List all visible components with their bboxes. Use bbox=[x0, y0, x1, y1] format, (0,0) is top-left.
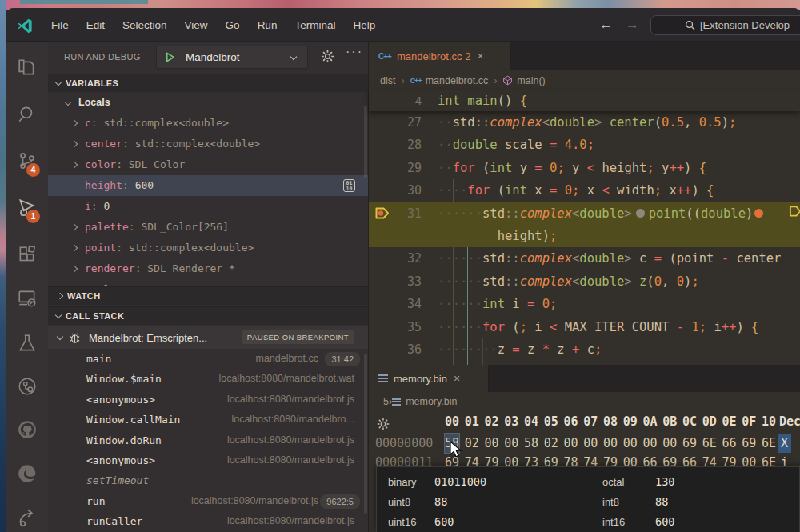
hex-byte[interactable]: 00 bbox=[485, 434, 499, 453]
code-line[interactable]: height); bbox=[369, 225, 800, 247]
variable-row[interactable]: point: std::complex<double> bbox=[48, 238, 368, 258]
hex-byte[interactable]: 00 bbox=[583, 434, 598, 453]
extensions-icon[interactable] bbox=[17, 245, 38, 266]
variables-section-header[interactable]: VARIABLES bbox=[48, 74, 368, 92]
line-number[interactable]: 30 bbox=[369, 179, 422, 202]
stack-frame-row[interactable]: setTimeout bbox=[48, 470, 368, 490]
hex-byte[interactable]: 02 bbox=[544, 434, 558, 453]
tab-memory-bin[interactable]: memory.bin × bbox=[369, 365, 489, 392]
line-number[interactable]: 32 bbox=[369, 247, 422, 270]
hex-byte[interactable]: 00 bbox=[603, 434, 618, 453]
code-line[interactable]: 36········z = z * z + c; bbox=[369, 338, 800, 361]
stack-frame-row[interactable]: <anonymous>localhost:8080/mandelbrot.js bbox=[48, 450, 368, 470]
remote-explorer-icon[interactable] bbox=[17, 288, 38, 309]
stack-frame-row[interactable]: Window.$mainlocalhost:8080/mandelbrot.wa… bbox=[48, 369, 368, 389]
callstack-scrollbar[interactable] bbox=[364, 354, 367, 514]
hex-byte[interactable]: 6E bbox=[762, 434, 776, 453]
breadcrumb-file[interactable]: memory.bin bbox=[406, 396, 457, 407]
search-view-icon[interactable] bbox=[17, 104, 38, 125]
command-center-search[interactable]: [Extension Develop bbox=[650, 15, 800, 35]
close-icon[interactable]: × bbox=[454, 372, 460, 385]
line-number[interactable]: 36 bbox=[369, 338, 422, 361]
hex-byte[interactable]: 58 bbox=[524, 434, 538, 453]
code-line[interactable]: 34······int i = 0; bbox=[369, 293, 800, 315]
variable-row[interactable]: i: 0 bbox=[48, 196, 368, 217]
stack-frame-row[interactable]: Window.callMainlocalhost:8080/mandelbro.… bbox=[48, 410, 368, 430]
hex-byte[interactable]: 00 bbox=[643, 434, 658, 453]
menu-selection[interactable]: Selection bbox=[114, 19, 176, 31]
code-editor[interactable]: 27··std::complex<double> center(0.5, 0.5… bbox=[369, 111, 800, 365]
hex-byte[interactable]: 66 bbox=[722, 434, 737, 453]
menu-go[interactable]: Go bbox=[217, 19, 249, 31]
code-line[interactable]: 35······for (; i < MAX_ITER_COUNT - 1; i… bbox=[369, 316, 800, 338]
decoded-char[interactable]: X bbox=[778, 434, 791, 453]
variable-row[interactable]: renderer: SDL_Renderer * bbox=[48, 258, 368, 279]
variable-row[interactable]: palette: SDL_Color[256] bbox=[48, 217, 368, 238]
line-number[interactable]: 28 bbox=[369, 134, 422, 156]
line-number[interactable]: 34 bbox=[369, 293, 422, 315]
hex-byte[interactable]: 00 bbox=[623, 434, 638, 453]
explorer-icon[interactable] bbox=[17, 58, 38, 78]
menu-terminal[interactable]: Terminal bbox=[286, 19, 344, 31]
hex-byte[interactable]: 00 bbox=[504, 434, 518, 453]
menu-view[interactable]: View bbox=[176, 19, 217, 31]
line-number[interactable]: 27 bbox=[369, 111, 422, 134]
call-stack-section-header[interactable]: CALL STACK bbox=[48, 306, 368, 325]
variable-row[interactable]: height: 6000110 bbox=[48, 175, 368, 196]
code-line[interactable]: 28··double scale = 4.0; bbox=[369, 134, 800, 156]
variable-row[interactable]: c: std::complex<double> bbox=[48, 113, 368, 134]
sidebar-scrollbar[interactable] bbox=[364, 106, 367, 178]
debug-session-row[interactable]: Mandelbrot: Emscripten... PAUSED ON BREA… bbox=[48, 326, 368, 349]
nav-back-icon[interactable]: ← bbox=[599, 17, 613, 33]
watch-section-header[interactable]: WATCH bbox=[48, 286, 368, 305]
line-number[interactable]: 35 bbox=[369, 316, 422, 338]
hex-byte[interactable]: 02 bbox=[465, 434, 479, 453]
hex-byte[interactable]: 00 bbox=[662, 434, 677, 453]
variable-row[interactable]: color: SDL_Color bbox=[48, 154, 368, 175]
edge-icon[interactable] bbox=[17, 463, 38, 484]
tab-mandelbrot-cc[interactable]: C++ mandelbrot.cc 2 × bbox=[369, 42, 511, 70]
hex-byte[interactable]: 69 bbox=[682, 434, 697, 453]
line-number[interactable]: 33 bbox=[369, 270, 422, 293]
scope-row[interactable]: Locals bbox=[48, 92, 368, 113]
variable-row[interactable]: scale: bbox=[48, 279, 368, 286]
hex-byte[interactable]: 00 bbox=[564, 434, 578, 453]
frame-location: localhost:8080/mandelbrot.wat bbox=[218, 369, 354, 389]
close-icon[interactable]: × bbox=[477, 50, 483, 62]
stack-frame-row[interactable]: <anonymous>localhost:8080/mandelbrot.js bbox=[48, 390, 368, 410]
sticky-scroll-line[interactable]: 4int main() { bbox=[369, 90, 800, 111]
more-actions-icon[interactable]: ··· bbox=[346, 45, 363, 59]
testing-icon[interactable] bbox=[17, 333, 38, 354]
breadcrumb-dist[interactable]: dist bbox=[380, 75, 395, 86]
breadcrumb-file[interactable]: mandelbrot.cc bbox=[426, 75, 489, 86]
menu-edit[interactable]: Edit bbox=[78, 19, 114, 31]
menu-help[interactable]: Help bbox=[344, 19, 384, 31]
hex-byte[interactable]: 69 bbox=[742, 434, 756, 453]
gear-icon[interactable] bbox=[320, 49, 335, 64]
code-line[interactable]: 30····for (int x = 0; x < width; x++) { bbox=[369, 179, 800, 202]
nav-forward-icon[interactable]: → bbox=[626, 17, 639, 33]
live-share-icon[interactable] bbox=[17, 507, 38, 528]
gitlens-icon[interactable] bbox=[17, 376, 38, 397]
stack-frame-row[interactable]: Window.doRunlocalhost:8080/mandelbrot.js bbox=[48, 430, 368, 450]
debug-config-dropdown[interactable]: Mandelbrot bbox=[156, 46, 308, 69]
start-debug-icon[interactable] bbox=[164, 51, 176, 63]
code-line[interactable]: 33······std::complex<double> z(0, 0); bbox=[369, 270, 800, 293]
view-binary-icon[interactable]: 0110 bbox=[343, 179, 355, 192]
code-line[interactable]: 27··std::complex<double> center(0.5, 0.5… bbox=[369, 111, 800, 134]
line-number[interactable]: 29 bbox=[369, 157, 422, 179]
code-line[interactable]: 31······std::complex<double>point((doubl… bbox=[369, 202, 800, 225]
hex-byte[interactable]: 6E bbox=[702, 434, 717, 453]
breadcrumb-group[interactable]: 5 bbox=[383, 396, 389, 407]
stack-frame-row[interactable]: runlocalhost:8080/mandelbrot.js9622:5 bbox=[48, 491, 368, 511]
github-icon[interactable] bbox=[17, 419, 38, 440]
stack-frame-row[interactable]: mainmandelbrot.cc31:42 bbox=[48, 349, 368, 369]
stack-frame-row[interactable]: runCallerlocalhost:8080/mandelbrot.js bbox=[48, 511, 368, 531]
code-line[interactable]: 32······std::complex<double> c = (point … bbox=[369, 247, 800, 270]
code-line[interactable]: 29··for (int y = 0; y < height; y++) { bbox=[369, 157, 800, 179]
breadcrumb-symbol[interactable]: main() bbox=[517, 75, 545, 86]
menu-file[interactable]: File bbox=[42, 19, 78, 31]
current-breakpoint-icon[interactable] bbox=[374, 206, 390, 220]
variable-row[interactable]: center: std::complex<double> bbox=[48, 134, 368, 154]
menu-run[interactable]: Run bbox=[249, 19, 286, 31]
